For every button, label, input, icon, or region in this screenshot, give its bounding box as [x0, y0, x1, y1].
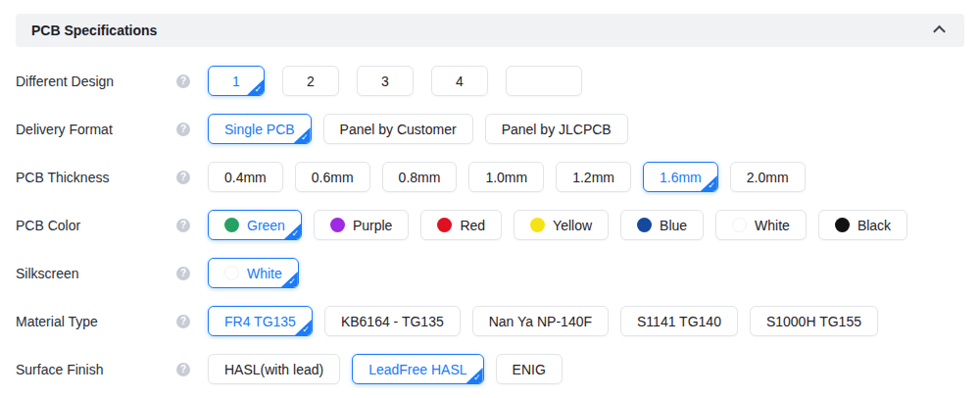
option-red[interactable]: Red [420, 210, 502, 240]
chevron-up-icon [933, 25, 946, 37]
options-group: FR4 TG135✓KB6164 - TG135Nan Ya NP-140FS1… [208, 306, 878, 336]
option-label: Green [247, 218, 285, 233]
option-black[interactable]: Black [818, 210, 907, 240]
option-panel-by-customer[interactable]: Panel by Customer [323, 114, 473, 144]
color-dot [530, 218, 545, 232]
color-dot [732, 218, 747, 232]
option-label: HASL(with lead) [224, 362, 323, 377]
help-icon[interactable]: ? [176, 75, 190, 88]
help-icon[interactable]: ? [176, 363, 190, 376]
options-group: White✓ [208, 258, 299, 288]
option-label: 1 [232, 74, 240, 89]
option-label: 1.0mm [485, 170, 527, 185]
selected-check-icon: ✓ [281, 272, 298, 287]
option-label: Blue [660, 218, 687, 233]
option-label: Single PCB [224, 122, 295, 137]
option-1[interactable]: 1✓ [208, 66, 265, 96]
option-label: Panel by JLCPCB [502, 122, 612, 137]
option-leadfree-hasl[interactable]: LeadFree HASL✓ [352, 354, 483, 384]
options-group: 1✓234 [208, 66, 582, 96]
option-0-8mm[interactable]: 0.8mm [382, 162, 458, 192]
option-green[interactable]: Green✓ [208, 210, 302, 240]
section-header: PCB Specifications [16, 14, 964, 47]
option-label: Purple [353, 218, 392, 233]
options-group: Single PCB✓Panel by CustomerPanel by JLC… [208, 114, 628, 144]
option-label: S1141 TG140 [637, 314, 721, 329]
pcb-specifications-panel: PCB Specifications Different Design ? 1✓… [0, 14, 980, 398]
selected-check-icon: ✓ [284, 224, 301, 239]
option-nan-ya-np-140f[interactable]: Nan Ya NP-140F [472, 306, 609, 336]
option-0-6mm[interactable]: 0.6mm [295, 162, 370, 192]
option-2-0mm[interactable]: 2.0mm [730, 162, 806, 192]
spec-row-different-design: Different Design ? 1✓234 [0, 57, 980, 105]
selected-check-icon: ✓ [247, 79, 264, 95]
color-dot [637, 218, 652, 232]
option-label: LeadFree HASL [368, 362, 466, 377]
option-kb6164-tg135[interactable]: KB6164 - TG135 [324, 306, 461, 336]
option-purple[interactable]: Purple [314, 210, 409, 240]
option-2[interactable]: 2 [282, 66, 339, 96]
option-label: FR4 TG135 [224, 314, 296, 329]
option-white[interactable]: White✓ [208, 258, 299, 288]
option-yellow[interactable]: Yellow [514, 210, 609, 240]
selected-check-icon: ✓ [466, 368, 483, 383]
help-icon[interactable]: ? [176, 267, 190, 280]
option-blue[interactable]: Blue [620, 210, 704, 240]
help-icon[interactable]: ? [176, 315, 190, 328]
option-enig[interactable]: ENIG [496, 354, 563, 384]
options-group: 0.4mm0.6mm0.8mm1.0mm1.2mm1.6mm✓2.0mm [208, 162, 806, 192]
option-1-2mm[interactable]: 1.2mm [556, 162, 631, 192]
section-title: PCB Specifications [31, 23, 157, 38]
option-label: KB6164 - TG135 [341, 314, 444, 329]
selected-check-icon: ✓ [701, 175, 717, 191]
collapse-section-button[interactable] [929, 21, 949, 40]
color-dot [224, 218, 239, 232]
option-label: Nan Ya NP-140F [489, 314, 592, 329]
option-panel-by-jlcpcb[interactable]: Panel by JLCPCB [485, 114, 628, 144]
option-white[interactable]: White [715, 210, 807, 240]
selected-check-icon: ✓ [294, 127, 311, 143]
spec-row-surface-finish: Surface Finish ? HASL(with lead)LeadFree… [0, 345, 980, 393]
option-label: Yellow [553, 218, 592, 233]
option-label: 3 [381, 74, 389, 89]
row-label: Surface Finish [0, 362, 176, 377]
color-dot [224, 266, 239, 280]
help-icon[interactable]: ? [176, 123, 190, 136]
row-label: Delivery Format [0, 122, 176, 137]
option-s1000h-tg155[interactable]: S1000H TG155 [750, 306, 878, 336]
option-label: Red [460, 218, 485, 233]
option-single-pcb[interactable]: Single PCB✓ [208, 114, 312, 144]
option-hasl-with-lead[interactable]: HASL(with lead) [208, 354, 340, 384]
help-icon[interactable]: ? [176, 219, 190, 232]
option-label: ENIG [513, 362, 546, 377]
option-3[interactable]: 3 [357, 66, 414, 96]
help-icon[interactable]: ? [176, 171, 190, 184]
selected-check-icon: ✓ [295, 320, 312, 335]
row-label: Silkscreen [0, 266, 176, 281]
option-1-6mm[interactable]: 1.6mm✓ [643, 162, 718, 192]
color-dot [437, 218, 452, 232]
option-label: Panel by Customer [340, 122, 457, 137]
row-label: PCB Color [0, 218, 176, 233]
option-fr4-tg135[interactable]: FR4 TG135✓ [208, 306, 313, 336]
option-label: 0.6mm [312, 170, 354, 185]
row-label: PCB Thickness [0, 170, 176, 185]
option-label: 1.6mm [660, 170, 702, 185]
option-label: 1.2mm [572, 170, 614, 185]
option-1-0mm[interactable]: 1.0mm [468, 162, 544, 192]
spec-row-silkscreen: Silkscreen ? White✓ [0, 249, 980, 297]
option-label: White [755, 218, 790, 233]
option-label: S1000H TG155 [766, 314, 861, 329]
option-s1141-tg140[interactable]: S1141 TG140 [620, 306, 738, 336]
option-label: White [247, 266, 282, 281]
color-dot [835, 218, 850, 232]
option-label: 2.0mm [747, 170, 789, 185]
custom-design-count-input[interactable] [506, 66, 582, 96]
options-group: HASL(with lead)LeadFree HASL✓ENIG [208, 354, 563, 384]
spec-row-pcb-thickness: PCB Thickness ? 0.4mm0.6mm0.8mm1.0mm1.2m… [0, 153, 980, 201]
option-0-4mm[interactable]: 0.4mm [208, 162, 283, 192]
option-label: 0.8mm [399, 170, 441, 185]
spec-row-delivery-format: Delivery Format ? Single PCB✓Panel by Cu… [0, 105, 980, 153]
options-group: Green✓PurpleRedYellowBlueWhiteBlack [208, 210, 907, 240]
option-4[interactable]: 4 [431, 66, 488, 96]
